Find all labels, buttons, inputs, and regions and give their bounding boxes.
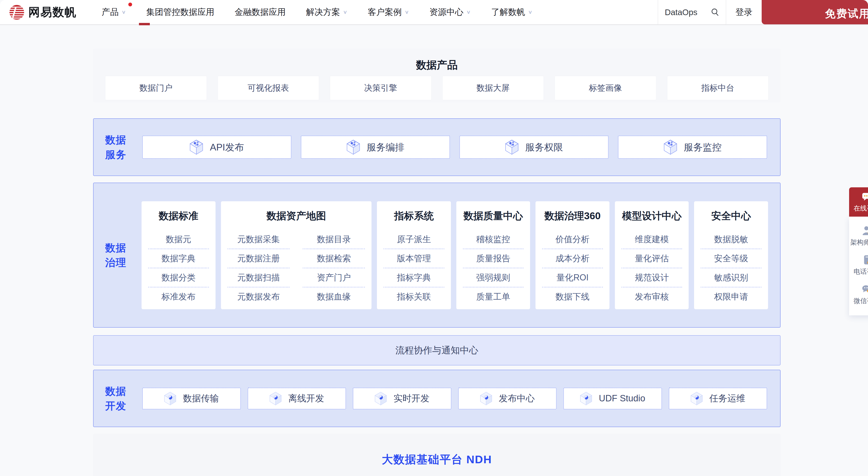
card-label: 离线开发 — [288, 392, 324, 405]
chevron-down-icon: ∨ — [528, 9, 532, 15]
phone-consult-button[interactable]: 电话咨询 — [849, 251, 868, 280]
menu-item-products[interactable]: 产品 ∨ — [102, 6, 126, 18]
search-input[interactable]: DataOps — [658, 0, 726, 24]
card-data-screen[interactable]: 数据大屏 — [442, 76, 544, 100]
gov-item[interactable]: 稽核监控 — [456, 230, 530, 249]
online-consult-label: 在线咨询 — [854, 204, 868, 213]
menu-item-about[interactable]: 了解数帆 ∨ — [491, 6, 532, 18]
asset-map-left-list: 元数据采集 元数据注册 元数据扫描 元数据发布 — [221, 230, 296, 306]
card-label: 服务编排 — [367, 141, 405, 154]
gov-item[interactable]: 安全等级 — [694, 249, 768, 268]
gov-item[interactable]: 数据检索 — [296, 249, 371, 268]
cube-icon — [663, 139, 677, 155]
gov-item[interactable]: 元数据注册 — [221, 249, 296, 268]
gov-item[interactable]: 发布审核 — [615, 287, 689, 306]
gov-item[interactable]: 成本分析 — [535, 249, 610, 268]
card-service-permission[interactable]: 服务权限 — [459, 136, 609, 159]
section-label-data-service: 数据 服务 — [105, 132, 126, 162]
gov-item[interactable]: 元数据采集 — [221, 230, 296, 249]
gov-item[interactable]: 量化评估 — [615, 249, 689, 268]
menu-label: 集团管控数据应用 — [146, 6, 214, 18]
menu-label: 客户案例 — [368, 6, 402, 18]
free-trial-button[interactable]: 免费试用 — [762, 0, 868, 24]
gov-item[interactable]: 数据血缘 — [296, 287, 371, 306]
card-service-monitor[interactable]: 服务监控 — [618, 136, 767, 159]
gov-item[interactable]: 量化ROI — [535, 268, 610, 287]
card-label: 任务运维 — [709, 392, 745, 405]
dev-cube-icon — [164, 392, 176, 405]
card-tag-profile[interactable]: 标签画像 — [555, 76, 656, 100]
column-title: 数据资产地图 — [221, 209, 372, 230]
login-button[interactable]: 登录 — [726, 0, 762, 24]
ndh-title-link[interactable]: 大数据基础平台 NDH — [93, 434, 781, 467]
card-release-center[interactable]: 发布中心 — [458, 388, 557, 409]
main-menu: 产品 ∨ 集团管控数据应用 金融数据应用 解决方案 ∨ 客户案例 ∨ 资源中心 … — [102, 0, 532, 24]
phone-icon — [861, 254, 868, 265]
card-metric-platform[interactable]: 指标中台 — [667, 76, 769, 100]
gov-item[interactable]: 强弱规则 — [456, 268, 530, 287]
gov-item[interactable]: 标准发布 — [142, 287, 216, 306]
chevron-down-icon: ∨ — [343, 9, 347, 15]
cube-icon — [189, 139, 203, 155]
gov-item[interactable]: 数据分类 — [142, 268, 216, 287]
column-title: 安全中心 — [694, 209, 768, 230]
gov-item[interactable]: 指标字典 — [377, 268, 451, 287]
menu-label: 资源中心 — [429, 6, 463, 18]
gov-item[interactable]: 元数据扫描 — [221, 268, 296, 287]
card-realtime-dev[interactable]: 实时开发 — [353, 388, 452, 409]
card-api-publish[interactable]: API发布 — [142, 136, 291, 159]
new-badge-dot — [128, 3, 132, 6]
gov-item[interactable]: 权限申请 — [694, 287, 768, 306]
gov-item[interactable]: 质量工单 — [456, 287, 530, 306]
card-label: 服务监控 — [684, 141, 722, 154]
card-offline-dev[interactable]: 离线开发 — [248, 388, 346, 409]
card-data-portal[interactable]: 数据门户 — [105, 76, 207, 100]
card-data-transfer[interactable]: 数据传输 — [142, 388, 241, 409]
menu-item-customer-cases[interactable]: 客户案例 ∨ — [368, 6, 409, 18]
gov-item[interactable]: 数据目录 — [296, 230, 371, 249]
cube-icon — [505, 139, 519, 155]
menu-item-group-data-apps[interactable]: 集团管控数据应用 — [146, 6, 214, 18]
asset-map-right-list: 数据目录 数据检索 资产门户 数据血缘 — [296, 230, 371, 306]
online-consult-button[interactable]: 在线咨询 — [849, 187, 868, 217]
menu-item-finance-data-apps[interactable]: 金融数据应用 — [235, 6, 286, 18]
gov-item[interactable]: 维度建模 — [615, 230, 689, 249]
gov-item[interactable]: 数据字典 — [142, 249, 216, 268]
service-cards-row: API发布 服务编排 服务权限 服务监控 — [142, 136, 767, 159]
search-icon[interactable] — [711, 8, 720, 17]
section-data-development: 数据 开发 数据传输 离线开发 实时开发 发布中心 UDF Studio — [93, 370, 781, 427]
column-title: 数据标准 — [142, 209, 216, 230]
card-decision-engine[interactable]: 决策引擎 — [330, 76, 432, 100]
contact-floating-panel: 在线咨询 架构师咨询 电话咨询 微信咨询 — [849, 187, 868, 315]
gov-item[interactable]: 原子派生 — [377, 230, 451, 249]
menu-item-solutions[interactable]: 解决方案 ∨ — [306, 6, 347, 18]
column-model-design-center: 模型设计中心 维度建模 量化评估 规范设计 发布审核 — [615, 201, 689, 309]
section-ndh-platform: 大数据基础平台 NDH — [93, 434, 781, 476]
menu-item-resources[interactable]: 资源中心 ∨ — [429, 6, 471, 18]
logo[interactable]: 网易数帆 — [9, 0, 76, 24]
gov-item[interactable]: 数据元 — [142, 230, 216, 249]
card-task-ops[interactable]: 任务运维 — [669, 388, 767, 409]
section-label-data-development: 数据 开发 — [105, 384, 126, 413]
wechat-consult-button[interactable]: 微信咨询 — [849, 280, 868, 309]
gov-item[interactable]: 指标关联 — [377, 287, 451, 306]
column-title: 模型设计中心 — [615, 209, 689, 230]
column-metric-system: 指标系统 原子派生 版本管理 指标字典 指标关联 — [377, 201, 451, 309]
gov-item[interactable]: 版本管理 — [377, 249, 451, 268]
card-service-orchestration[interactable]: 服务编排 — [301, 136, 450, 159]
netease-shufan-logo-icon — [9, 4, 25, 20]
gov-item[interactable]: 数据脱敏 — [694, 230, 768, 249]
card-visual-report[interactable]: 可视化报表 — [218, 76, 319, 100]
column-data-asset-map: 数据资产地图 元数据采集 元数据注册 元数据扫描 元数据发布 数据目录 — [221, 201, 372, 309]
gov-item[interactable]: 规范设计 — [615, 268, 689, 287]
gov-item[interactable]: 资产门户 — [296, 268, 371, 287]
card-udf-studio[interactable]: UDF Studio — [563, 388, 662, 409]
architect-consult-button[interactable]: 架构师咨询 — [849, 221, 868, 251]
gov-item[interactable]: 质量报告 — [456, 249, 530, 268]
gov-item[interactable]: 价值分析 — [535, 230, 610, 249]
gov-item[interactable]: 元数据发布 — [221, 287, 296, 306]
logo-text: 网易数帆 — [28, 4, 76, 20]
gov-item[interactable]: 数据下线 — [535, 287, 610, 306]
dev-cube-icon — [480, 392, 492, 405]
gov-item[interactable]: 敏感识别 — [694, 268, 768, 287]
